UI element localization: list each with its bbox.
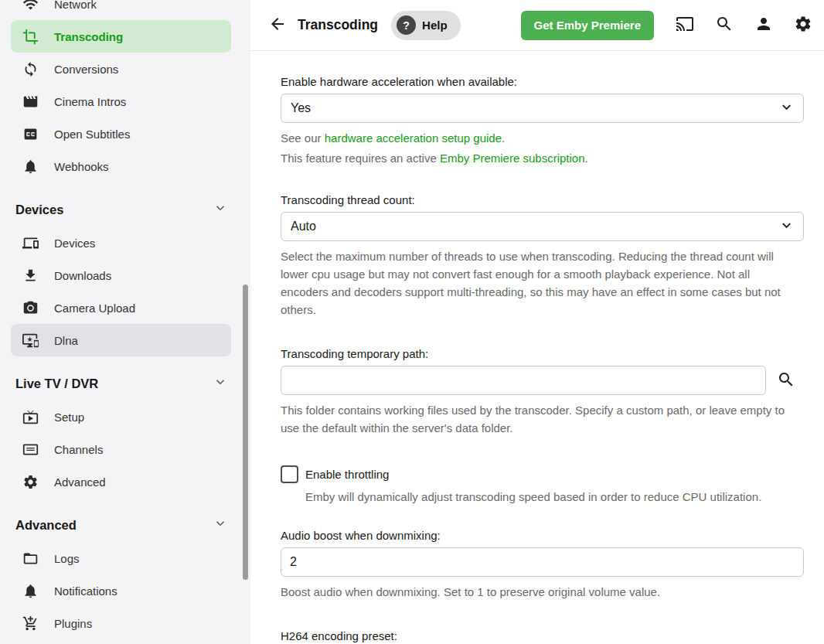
thread-count-label: Transcoding thread count: (281, 193, 805, 206)
chevron-down-icon (779, 100, 794, 118)
sync-icon (22, 60, 39, 77)
throttling-group: Enable throttling Emby will dynamically … (281, 465, 805, 506)
search-icon (715, 15, 734, 36)
sidebar-item-devices[interactable]: Devices (11, 227, 231, 259)
sidebar-item-channels[interactable]: Channels (11, 433, 231, 465)
thread-count-group: Transcoding thread count: Auto Select th… (281, 193, 805, 319)
sidebar-item-label: Channels (54, 443, 103, 456)
sidebar-item-label: Setup (54, 411, 84, 424)
closed-caption-icon (22, 125, 39, 142)
sidebar-item-label: Logs (54, 552, 80, 565)
h264-preset-label: H264 encoding preset: (281, 629, 805, 642)
audio-boost-description: Boost audio when downmixing. Set to 1 to… (281, 583, 791, 601)
h264-preset-group: H264 encoding preset: Auto Choose a fast… (281, 629, 805, 644)
audio-boost-input[interactable] (281, 547, 804, 577)
thread-count-select[interactable]: Auto (281, 212, 804, 241)
browse-path-button[interactable] (776, 370, 796, 390)
help-label: Help (422, 19, 448, 32)
sidebar-item-label: Notifications (54, 584, 117, 598)
temp-path-description: This folder contains working files used … (281, 401, 791, 437)
search-icon (777, 370, 795, 391)
arrow-back-icon (268, 15, 287, 36)
section-label: Advanced (15, 518, 77, 533)
audio-boost-label: Audio boost when downmixing: (281, 529, 805, 542)
sidebar-item-label: Open Subtitles (54, 128, 130, 141)
cast-device-icon (22, 332, 39, 349)
gear-icon (22, 473, 39, 490)
help-button[interactable]: ? Help (391, 11, 461, 40)
section-label: Devices (15, 203, 63, 217)
sidebar-item-label: Devices (54, 237, 95, 250)
sidebar-item-logs[interactable]: Logs (11, 542, 231, 574)
sidebar-item-label: Advanced (54, 475, 106, 489)
sidebar-item-open-subtitles[interactable]: Open Subtitles (11, 118, 231, 150)
channels-icon (22, 441, 39, 458)
chevron-down-icon (213, 516, 227, 533)
sidebar-item-advanced-livetv[interactable]: Advanced (11, 465, 231, 498)
sidebar-item-network[interactable]: Network (11, 0, 231, 20)
page-title: Transcoding (298, 17, 378, 33)
bell-icon (22, 158, 39, 175)
gear-icon (794, 15, 812, 36)
settings-button[interactable] (793, 15, 813, 36)
film-icon (22, 93, 39, 110)
sidebar-item-cinema-intros[interactable]: Cinema Intros (11, 85, 231, 118)
sidebar-item-label: Network (54, 0, 97, 11)
sidebar-item-label: Webhooks (54, 160, 109, 173)
sidebar-section-live-tv-dvr[interactable]: Live TV / DVR (0, 366, 250, 400)
person-icon (754, 15, 773, 36)
cast-button[interactable] (675, 15, 695, 36)
user-button[interactable] (754, 15, 774, 36)
sidebar-item-conversions[interactable]: Conversions (11, 53, 231, 85)
sidebar-item-setup[interactable]: Setup (11, 400, 231, 433)
temp-path-group: Transcoding temporary path: This folder … (281, 347, 805, 437)
sidebar-section-devices[interactable]: Devices (0, 193, 250, 227)
wifi-icon (22, 0, 39, 12)
sidebar-item-label: Transcoding (54, 30, 123, 43)
help-icon: ? (397, 15, 416, 35)
temp-path-input[interactable] (281, 366, 766, 395)
bell-icon (22, 582, 39, 599)
thread-count-description: Select the maximum number of threads to … (281, 247, 791, 319)
sidebar-item-label: Downloads (54, 269, 111, 282)
sidebar-item-dlna[interactable]: Dlna (11, 324, 231, 356)
audio-boost-group: Audio boost when downmixing: Boost audio… (281, 529, 805, 601)
sidebar-item-notifications[interactable]: Notifications (11, 574, 231, 607)
sidebar-item-webhooks[interactable]: Webhooks (11, 150, 231, 182)
sidebar-item-scheduled-tasks[interactable]: Scheduled Tasks (11, 639, 231, 644)
enable-throttling-checkbox[interactable] (281, 465, 298, 483)
download-icon (22, 267, 39, 284)
main-area: Transcoding ? Help Get Emby Premiere Ena… (250, 0, 824, 644)
sidebar-item-transcoding[interactable]: Transcoding (11, 20, 231, 53)
hw-accel-label: Enable hardware acceleration when availa… (281, 75, 805, 88)
thread-count-value: Auto (291, 220, 779, 233)
search-button[interactable] (714, 15, 734, 36)
devices-icon (22, 234, 39, 251)
sidebar-item-label: Camera Upload (54, 302, 135, 315)
hw-accel-help-1: See our hardware acceleration setup guid… (281, 131, 805, 145)
sidebar: NetworkTranscodingConversionsCinema Intr… (0, 0, 250, 644)
hw-accel-help-2: This feature requires an active Emby Pre… (281, 152, 805, 165)
get-emby-premiere-button[interactable]: Get Emby Premiere (521, 11, 654, 40)
sidebar-item-label: Conversions (54, 63, 118, 76)
chevron-down-icon (213, 201, 227, 218)
section-label: Live TV / DVR (15, 377, 98, 391)
temp-path-label: Transcoding temporary path: (281, 347, 805, 360)
emby-premiere-link[interactable]: Emby Premiere subscription (440, 152, 585, 165)
sidebar-nav: NetworkTranscodingConversionsCinema Intr… (0, 0, 250, 644)
sidebar-item-camera-upload[interactable]: Camera Upload (11, 291, 231, 324)
crop-icon (22, 28, 39, 45)
cart-plus-icon (22, 615, 39, 632)
sidebar-item-plugins[interactable]: Plugins (11, 607, 231, 639)
hw-accel-select[interactable]: Yes (281, 94, 804, 123)
sidebar-item-label: Plugins (54, 617, 92, 630)
back-button[interactable] (267, 15, 288, 36)
top-bar: Transcoding ? Help Get Emby Premiere (250, 0, 824, 51)
sidebar-scrollbar[interactable] (243, 285, 248, 580)
sidebar-item-downloads[interactable]: Downloads (11, 259, 231, 291)
throttling-description: Emby will dynamically adjust transcoding… (305, 488, 805, 506)
throttling-label: Enable throttling (305, 468, 389, 481)
hw-accel-guide-link[interactable]: hardware acceleration setup guide (325, 131, 502, 145)
folder-icon (22, 550, 39, 567)
sidebar-section-advanced[interactable]: Advanced (0, 508, 250, 542)
